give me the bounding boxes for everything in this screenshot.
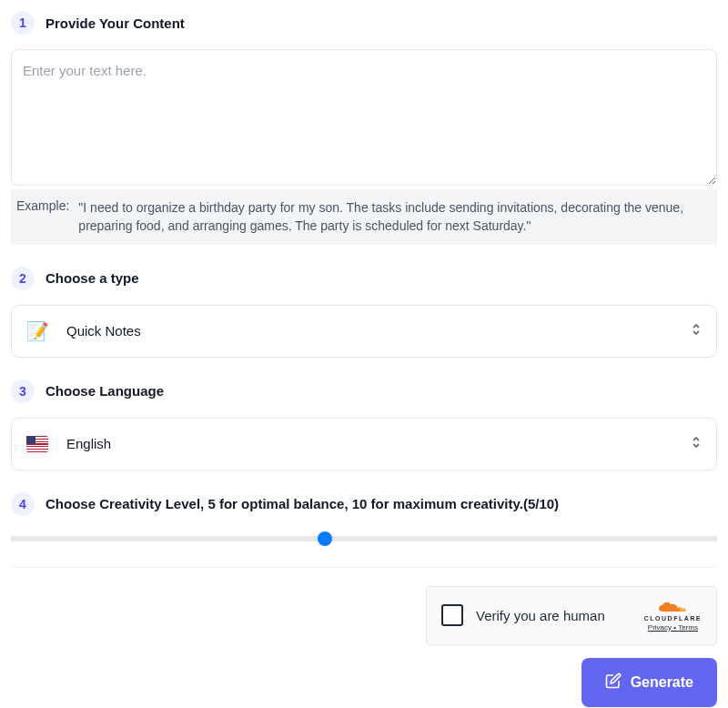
notes-icon: 📝: [26, 320, 48, 342]
type-select[interactable]: 📝 Quick Notes: [11, 305, 717, 358]
step-2-section: 2 Choose a type 📝 Quick Notes: [11, 267, 717, 358]
example-label: Example:: [16, 198, 69, 236]
captcha-terms-link[interactable]: Terms: [678, 623, 698, 632]
step-3-section: 3 Choose Language English: [11, 379, 717, 470]
chevron-updown-icon: [691, 322, 702, 339]
captcha-links: Privacy • Terms: [648, 623, 698, 632]
step-1-header: 1 Provide Your Content: [11, 11, 717, 35]
cloudflare-brand: CLOUDFLARE Privacy • Terms: [644, 600, 702, 632]
flag-us-icon: [26, 433, 48, 455]
edit-icon: [605, 673, 622, 693]
slider-thumb[interactable]: [318, 531, 332, 546]
captcha-label: Verify you are human: [476, 608, 632, 623]
chevron-updown-icon: [691, 435, 702, 452]
example-text: "I need to organize a birthday party for…: [78, 198, 712, 236]
step-1-number: 1: [11, 11, 35, 35]
footer: Verify you are human CLOUDFLARE Privacy …: [11, 586, 717, 707]
generate-button[interactable]: Generate: [581, 658, 717, 707]
step-4-title: Choose Creativity Level, 5 for optimal b…: [46, 496, 559, 511]
example-box: Example: "I need to organize a birthday …: [11, 189, 717, 245]
step-3-number: 3: [11, 379, 35, 403]
captcha-privacy-link[interactable]: Privacy: [648, 623, 672, 632]
step-4-number: 4: [11, 492, 35, 516]
slider-fill: [11, 536, 717, 541]
content-input[interactable]: [11, 49, 717, 186]
step-2-number: 2: [11, 267, 35, 290]
step-1-title: Provide Your Content: [46, 15, 185, 31]
step-4-header: 4 Choose Creativity Level, 5 for optimal…: [11, 492, 717, 516]
cloudflare-cloud-icon: [658, 600, 687, 615]
step-3-title: Choose Language: [46, 383, 164, 399]
step-4-section: 4 Choose Creativity Level, 5 for optimal…: [11, 492, 717, 541]
language-select[interactable]: English: [11, 418, 717, 470]
creativity-slider[interactable]: [11, 536, 717, 541]
step-3-header: 3 Choose Language: [11, 379, 717, 403]
cloudflare-text: CLOUDFLARE: [644, 615, 702, 622]
type-select-value: Quick Notes: [66, 323, 672, 339]
step-2-header: 2 Choose a type: [11, 267, 717, 290]
step-2-title: Choose a type: [46, 270, 139, 286]
captcha-checkbox[interactable]: [441, 604, 463, 626]
generate-button-label: Generate: [631, 674, 693, 691]
captcha-widget: Verify you are human CLOUDFLARE Privacy …: [426, 586, 717, 645]
divider: [11, 567, 717, 568]
step-1-section: 1 Provide Your Content Example: "I need …: [11, 11, 717, 245]
language-select-value: English: [66, 436, 672, 451]
